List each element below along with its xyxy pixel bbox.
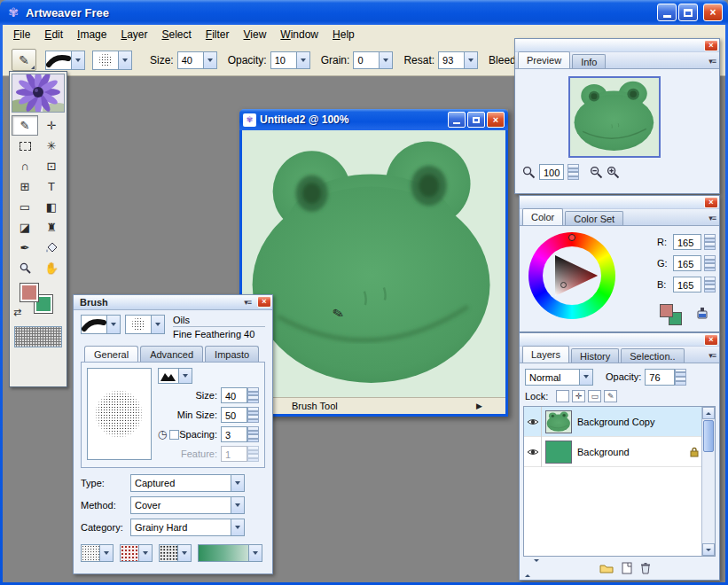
brush-dialog-close-button[interactable]: × xyxy=(257,296,271,308)
gradient-dropdown[interactable] xyxy=(198,544,262,562)
tool-zoom[interactable] xyxy=(12,258,38,278)
sv-triangle[interactable] xyxy=(528,232,615,319)
menu-select[interactable]: Select xyxy=(154,26,198,43)
blend-mode-combo[interactable]: Normal xyxy=(525,369,593,386)
sv-marker[interactable] xyxy=(560,282,567,288)
tool-clone-stamp[interactable]: ♜ xyxy=(38,217,65,238)
spacing-value[interactable]: 3 xyxy=(221,426,247,442)
spinner-down-icon[interactable] xyxy=(568,172,579,180)
red-value[interactable]: 165 xyxy=(673,234,701,250)
method-combo[interactable]: Cover xyxy=(130,496,245,514)
status-expand-arrow-icon[interactable]: ▶ xyxy=(476,402,482,410)
color-wheel[interactable] xyxy=(528,232,615,319)
panel-menu-icon[interactable]: ▾≡ xyxy=(244,298,251,307)
tab-preview[interactable]: Preview xyxy=(518,51,570,68)
brush-stroke-dropdown[interactable] xyxy=(45,51,85,70)
color-panel-titlebar[interactable]: × xyxy=(520,196,719,209)
blue-spinner[interactable] xyxy=(704,277,716,292)
menu-image[interactable]: Image xyxy=(70,26,114,43)
tool-eyedropper[interactable]: ✒ xyxy=(12,238,38,258)
grain-value[interactable]: 0 xyxy=(353,51,380,69)
document-titlebar[interactable]: ✾ Untitled2 @ 100% × xyxy=(239,109,508,130)
min-size-value[interactable]: 50 xyxy=(221,407,247,423)
visibility-toggle[interactable] xyxy=(524,407,542,437)
stroke-preset-dropdown[interactable] xyxy=(81,315,121,334)
tool-rectangle[interactable]: ▭ xyxy=(12,197,38,217)
tool-hand[interactable]: ✋ xyxy=(38,258,65,278)
spinner-up-icon[interactable] xyxy=(568,164,579,172)
tip-preset-dropdown[interactable] xyxy=(125,315,165,334)
menu-edit[interactable]: Edit xyxy=(37,26,70,43)
type-combo[interactable]: Captured xyxy=(130,474,245,492)
layer-row-background-copy[interactable]: Background Copy xyxy=(524,407,715,437)
tab-history[interactable]: History xyxy=(571,348,619,363)
spacing-spinner[interactable] xyxy=(247,426,259,442)
tool-crop[interactable]: ⊡ xyxy=(38,156,65,176)
category-value[interactable]: Grainy Hard xyxy=(130,519,231,536)
tab-info[interactable]: Info xyxy=(572,54,606,68)
ink-bottle-icon[interactable] xyxy=(695,306,709,320)
swap-colors-icon[interactable]: ⇄ xyxy=(13,307,21,318)
layer-list-scrollbar[interactable] xyxy=(701,407,715,556)
new-group-folder-icon[interactable] xyxy=(599,563,614,573)
tool-text[interactable]: T xyxy=(38,176,65,197)
layers-close-button[interactable]: × xyxy=(704,334,718,346)
type-value[interactable]: Captured xyxy=(130,474,231,492)
scroll-up-button[interactable] xyxy=(702,407,715,419)
tab-color[interactable]: Color xyxy=(522,208,563,225)
texture-dropdown-3[interactable] xyxy=(159,544,192,562)
method-value[interactable]: Cover xyxy=(130,496,231,514)
tool-move[interactable]: ✛ xyxy=(38,115,65,136)
blend-mode-value[interactable]: Normal xyxy=(525,369,580,386)
tab-impasto[interactable]: Impasto xyxy=(205,346,259,362)
resat-value[interactable]: 93 xyxy=(438,51,465,69)
opacity-combo[interactable]: 10 xyxy=(270,51,310,69)
move-layer-down-button[interactable] xyxy=(534,562,539,574)
panel-menu-icon[interactable]: ▾≡ xyxy=(708,214,716,222)
opacity-value[interactable]: 10 xyxy=(270,51,297,69)
layers-panel-titlebar[interactable]: × xyxy=(520,333,719,347)
zoom-out-icon[interactable] xyxy=(590,166,603,179)
preview-panel-titlebar[interactable]: × xyxy=(515,39,719,52)
zoom-combo[interactable]: 100 xyxy=(539,164,564,180)
delete-layer-trash-icon[interactable] xyxy=(640,562,651,574)
current-tool-button[interactable]: ✎ xyxy=(12,49,36,71)
zoom-select-icon[interactable] xyxy=(522,166,536,179)
foreground-color-swatch[interactable] xyxy=(20,284,38,301)
tab-color-set[interactable]: Color Set xyxy=(565,211,623,225)
visibility-toggle[interactable] xyxy=(524,437,542,467)
tool-brush[interactable]: ✎ xyxy=(12,115,38,136)
tool-eraser[interactable]: ◪ xyxy=(12,217,38,238)
menu-file[interactable]: File xyxy=(6,26,37,43)
color-close-button[interactable]: × xyxy=(704,197,718,208)
lock-position-toggle[interactable]: ✛ xyxy=(572,390,585,402)
foreground-color-swatch[interactable] xyxy=(660,304,673,317)
tool-grid-shape[interactable]: ⊞ xyxy=(12,176,38,197)
minimize-button[interactable] xyxy=(657,4,677,21)
size-spinner[interactable] xyxy=(247,387,259,403)
zoom-in-icon[interactable] xyxy=(607,166,620,179)
brush-tip-dropdown[interactable] xyxy=(92,51,132,70)
new-layer-icon[interactable] xyxy=(622,562,632,574)
maximize-button[interactable] xyxy=(678,4,698,21)
lock-transparency-toggle[interactable] xyxy=(556,390,569,402)
scrollbar-thumb[interactable] xyxy=(703,420,714,452)
menu-layer[interactable]: Layer xyxy=(114,26,154,43)
category-combo[interactable]: Grainy Hard xyxy=(130,519,245,536)
spacing-checkbox[interactable] xyxy=(169,430,179,440)
tool-magic-wand[interactable]: ✳ xyxy=(38,136,65,156)
scroll-down-button[interactable] xyxy=(702,543,715,556)
tab-general[interactable]: General xyxy=(84,346,138,362)
resat-combo[interactable]: 93 xyxy=(438,51,478,69)
menu-help[interactable]: Help xyxy=(325,26,362,43)
lock-size-toggle[interactable]: ▭ xyxy=(588,390,601,402)
document-minimize-button[interactable] xyxy=(448,112,466,128)
window-titlebar[interactable]: ✾ Artweaver Free × xyxy=(0,0,728,25)
move-layer-up-button[interactable] xyxy=(525,562,530,574)
panel-menu-icon[interactable]: ▾≡ xyxy=(708,57,716,66)
layer-opacity-spinner[interactable] xyxy=(675,369,686,386)
lock-paint-toggle[interactable]: ✎ xyxy=(604,390,617,402)
size-combo[interactable]: 40 xyxy=(177,51,217,69)
layer-opacity-value[interactable]: 76 xyxy=(645,369,675,386)
size-value[interactable]: 40 xyxy=(177,51,204,69)
